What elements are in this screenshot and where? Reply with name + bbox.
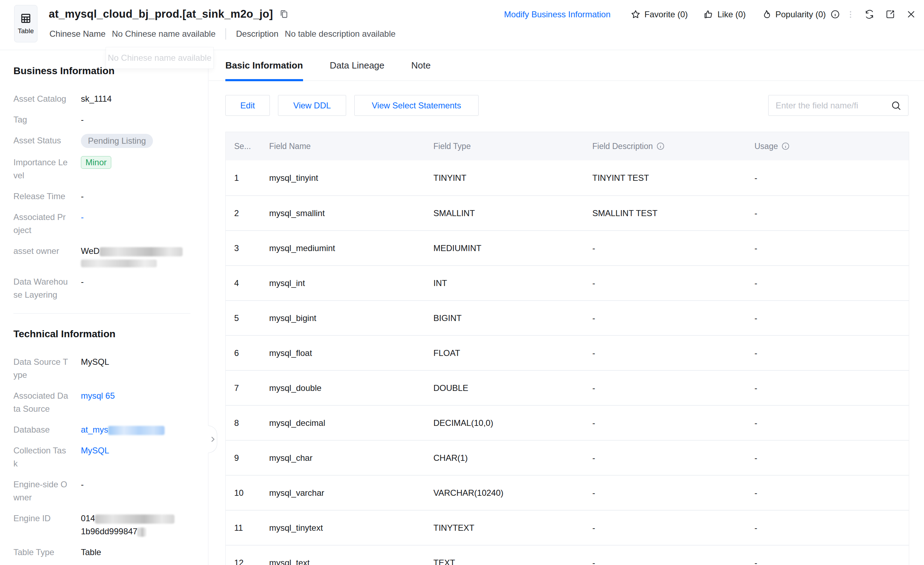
cell-desc: - [592, 418, 754, 428]
table-row: 9mysql_charCHAR(1)-- [226, 440, 909, 475]
importance-badge: Minor [81, 156, 111, 169]
cell-usage: - [754, 418, 909, 428]
cell-desc: - [592, 348, 754, 358]
sidebar-field-value: Minor [81, 156, 111, 182]
table-row: 1mysql_tinyintTINYINTTINYINT TEST- [226, 160, 909, 195]
cell-desc: - [592, 383, 754, 393]
search-icon[interactable] [891, 100, 902, 111]
view-ddl-button[interactable]: View DDL [278, 95, 346, 116]
cell-usage: - [754, 558, 909, 565]
sidebar-field-label: Associated Data Source [14, 389, 68, 415]
close-button[interactable] [906, 9, 916, 19]
cell-name: mysql_float [269, 348, 434, 358]
sidebar-field: Tag- [14, 113, 192, 126]
sidebar-field-label: Tag [14, 113, 68, 126]
cell-desc: - [592, 488, 754, 498]
favorite-label: Favorite (0) [645, 9, 688, 19]
asset-status-pill: Pending Listing [81, 134, 153, 148]
cell-seq: 8 [234, 418, 269, 428]
edit-button[interactable]: Edit [225, 95, 270, 116]
subtitle-divider [225, 28, 226, 39]
cell-seq: 4 [234, 278, 269, 288]
cell-seq: 7 [234, 383, 269, 393]
sidebar-field-link[interactable]: at_mys [81, 425, 108, 435]
cell-type: DECIMAL(10,0) [434, 418, 592, 428]
modify-business-info-link[interactable]: Modify Business Information [504, 9, 610, 19]
table-row: 5mysql_bigintBIGINT-- [226, 300, 909, 335]
sidebar-field-link[interactable]: mysql 65 [81, 391, 115, 400]
like-button[interactable]: Like (0) [703, 9, 746, 19]
tab-note[interactable]: Note [411, 51, 430, 81]
redacted-value-prefix: 014 [81, 513, 95, 523]
main-panel: Basic InformationData LineageNote Edit V… [209, 51, 924, 565]
cell-name: mysql_text [269, 558, 434, 565]
sidebar-field: Collection TaskMySQL [14, 444, 192, 470]
more-menu-icon[interactable] [846, 10, 855, 19]
sidebar-field-value: - [81, 478, 84, 504]
cell-name: mysql_char [269, 453, 434, 463]
sidebar-field-label: Associated Project [14, 210, 68, 237]
sidebar-field: Asset Catalogsk_1114 [14, 92, 192, 105]
redacted-block [81, 259, 157, 267]
refresh-button[interactable] [864, 9, 874, 19]
asset-type-badge: Table [14, 5, 38, 42]
cell-desc: - [592, 453, 754, 463]
col-field-description-label: Field Description [592, 142, 653, 151]
col-usage-label: Usage [754, 142, 778, 151]
sidebar-field: Asset StatusPending Listing [14, 134, 192, 148]
table-row: 12mysql_textTEXT-- [226, 545, 909, 565]
table-row: 4mysql_intINT-- [226, 265, 909, 300]
cell-type: CHAR(1) [434, 453, 592, 463]
cell-seq: 2 [234, 208, 269, 218]
sidebar-field: Data Warehouse Layering- [14, 275, 192, 301]
tab-data-lineage[interactable]: Data Lineage [330, 51, 385, 81]
cell-type: VARCHAR(10240) [434, 488, 592, 498]
redacted-block [137, 528, 146, 537]
sidebar-field-label: Asset Status [14, 134, 68, 148]
cell-usage: - [754, 523, 909, 533]
favorite-button[interactable]: Favorite (0) [630, 9, 688, 19]
tab-basic-information[interactable]: Basic Information [225, 51, 303, 81]
cell-desc: - [592, 243, 754, 253]
cell-name: mysql_smallint [269, 208, 434, 218]
popularity-info-icon[interactable] [830, 9, 840, 19]
table-row: 8mysql_decimalDECIMAL(10,0)-- [226, 405, 909, 440]
toolbar: Edit View DDL View Select Statements [225, 95, 478, 116]
cell-desc: TINYINT TEST [592, 173, 754, 183]
cell-usage: - [754, 208, 909, 218]
sidebar-field-label: Engine-side Owner [14, 478, 68, 504]
cell-seq: 6 [234, 348, 269, 358]
copy-icon[interactable] [279, 9, 289, 19]
sidebar-field-value: Table [81, 546, 101, 559]
chinese-name-tooltip: No Chinese name available [106, 47, 214, 69]
cell-usage: - [754, 243, 909, 253]
sidebar-field-link[interactable]: MySQL [81, 446, 109, 455]
cell-type: TEXT [434, 558, 592, 565]
sidebar-field-label: Data Source Type [14, 355, 68, 381]
open-in-window-button[interactable] [885, 9, 896, 19]
sidebar-field: Engine-side Owner- [14, 478, 192, 504]
info-icon[interactable] [656, 142, 665, 151]
close-icon [906, 9, 916, 19]
col-sequence: Se... [234, 142, 269, 151]
table-row: 3mysql_mediumintMEDIUMINT-- [226, 230, 909, 265]
cell-seq: 11 [234, 523, 269, 533]
chevron-right-icon [209, 435, 216, 443]
field-search-input[interactable] [769, 100, 888, 111]
info-icon[interactable] [781, 142, 790, 151]
cell-type: INT [434, 278, 592, 288]
sidebar-divider [14, 313, 190, 313]
table-row: 10mysql_varcharVARCHAR(10240)-- [226, 475, 909, 510]
view-select-statements-button[interactable]: View Select Statements [354, 95, 478, 116]
cell-desc: SMALLINT TEST [592, 208, 754, 218]
sidebar-field: Associated Project- [14, 210, 192, 237]
chinese-name-value: No Chinese name available [112, 29, 216, 39]
sidebar-field-value: sk_1114 [81, 92, 112, 105]
cell-usage: - [754, 278, 909, 288]
sidebar-field-value: at_mys [81, 423, 165, 436]
sidebar-field-link[interactable]: - [81, 212, 84, 222]
cell-seq: 10 [234, 488, 269, 498]
cell-type: MEDIUMINT [434, 243, 592, 253]
cell-usage: - [754, 173, 909, 183]
sidebar-field-value: - [81, 275, 84, 301]
